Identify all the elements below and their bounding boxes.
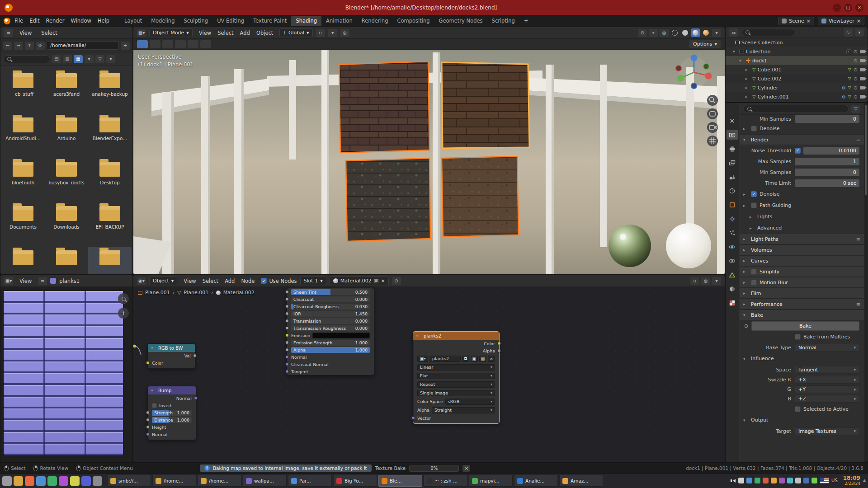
outliner-row-dock1[interactable]: dock1 [726, 56, 868, 65]
tab-particles[interactable] [726, 228, 738, 238]
overlay-icon[interactable]: ◍ [701, 277, 710, 285]
output-socket[interactable] [497, 342, 501, 345]
workspace-tab[interactable]: + [519, 16, 533, 26]
preset-menu-icon[interactable] [856, 301, 860, 307]
shader-menu-item[interactable]: View [180, 277, 199, 285]
hide-eye-icon[interactable] [854, 85, 858, 90]
folder-item[interactable]: Arduino [45, 114, 88, 158]
outliner-search-input[interactable] [741, 29, 796, 36]
bsdf-param-row[interactable]: Clearcoat0.000 [287, 296, 374, 303]
max-samples-row[interactable]: Max Samples1 [740, 156, 864, 167]
space-dropdown[interactable]: Tangent [795, 366, 859, 374]
target-row[interactable]: Target Image Textures [740, 426, 864, 436]
outliner-row-cylinder[interactable]: Cylinder [726, 83, 868, 92]
bsdf-param-row[interactable]: Emission Strength1.000 [287, 339, 374, 346]
output-socket[interactable] [194, 396, 198, 400]
hide-eye-icon[interactable] [854, 94, 858, 99]
swizzle-g-dropdown[interactable]: +Y [795, 385, 859, 393]
display-settings-dropdown[interactable] [85, 55, 94, 63]
file-browser-select-menu[interactable]: Select [38, 29, 60, 37]
pin-icon[interactable]: ⊙ [392, 277, 401, 285]
outliner-row-cube001[interactable]: Cube.001 [726, 65, 868, 74]
tab-physics[interactable] [726, 242, 738, 252]
window-button[interactable]: mapvi... [469, 475, 513, 487]
properties-search-input[interactable] [743, 105, 849, 113]
folder-item[interactable]: Downloads [45, 202, 88, 247]
menu-item[interactable]: File [11, 17, 26, 25]
parent-dir-button[interactable] [25, 42, 34, 50]
folder-item[interactable]: Desktop [88, 158, 132, 202]
invert-checkbox[interactable] [152, 403, 157, 408]
input-socket[interactable] [146, 411, 150, 414]
editor-type-button[interactable]: ▣ [4, 277, 13, 285]
keyboard-flag-icon[interactable] [820, 478, 829, 483]
material-unlink-icon[interactable] [381, 278, 385, 284]
shading-rendered-button[interactable] [702, 28, 710, 37]
bake-from-multires-checkbox[interactable] [795, 334, 801, 340]
panel-influence[interactable]: Influence [740, 353, 864, 364]
workspace-tab[interactable]: Sculpting [179, 16, 212, 26]
properties-scrollbar[interactable] [864, 103, 867, 462]
path-field[interactable]: /home/amalie/ [47, 41, 119, 50]
viewport-scene[interactable] [133, 50, 725, 274]
panel-performance[interactable]: Performance [740, 299, 864, 310]
hide-eye-icon[interactable] [854, 49, 858, 54]
speaker-icon[interactable] [733, 479, 736, 483]
launcher-icon[interactable] [93, 476, 102, 486]
launcher-icon[interactable] [25, 476, 34, 486]
window-button[interactable]: Par... [288, 475, 332, 487]
input-socket[interactable] [285, 326, 289, 330]
principled-bsdf-node[interactable]: Sheen Tint0.500 Clearcoat0.000 Clearcoat… [287, 288, 374, 375]
copy-button[interactable]: ▣ [471, 356, 478, 362]
hide-eye-icon[interactable] [854, 76, 858, 81]
input-socket[interactable] [285, 319, 289, 323]
input-socket[interactable] [285, 305, 289, 308]
viewport-menu-item[interactable]: Select [214, 29, 236, 37]
shader-menu-item[interactable]: Select [199, 277, 222, 285]
folder-item[interactable]: EFI_BACKUP [88, 202, 132, 247]
blender-menu-icon[interactable] [4, 18, 10, 24]
menu-item[interactable]: Edit [26, 17, 42, 25]
input-socket[interactable] [285, 370, 289, 373]
workspace-tab[interactable]: Geometry Nodes [434, 16, 487, 26]
bsdf-param-row[interactable]: Alpha1.000 [287, 346, 374, 353]
swizzle-g-row[interactable]: G +Y [740, 385, 864, 394]
disable-render-icon[interactable] [860, 95, 865, 99]
panel-curves[interactable]: Curves [740, 255, 864, 266]
snap-magnet-icon[interactable]: ∪ [316, 29, 325, 37]
back-button[interactable] [3, 42, 12, 50]
tool-cursor-button[interactable] [188, 40, 198, 48]
view-horizontal-list-button[interactable]: ▥ [63, 55, 72, 63]
tray-icon[interactable] [746, 478, 752, 483]
panel-light-paths[interactable]: Light Paths [740, 234, 864, 244]
selected-to-active-checkbox[interactable] [795, 406, 801, 412]
tray-icon[interactable] [811, 478, 817, 483]
editor-type-button[interactable]: ▦ [137, 29, 146, 37]
window-button[interactable]: ~ : zsh ... [424, 475, 467, 487]
window-button[interactable]: /home... [152, 475, 196, 487]
input-socket[interactable] [146, 425, 150, 429]
folder-item[interactable]: acers3fand [45, 70, 88, 114]
emission-row[interactable]: Emission [287, 332, 374, 339]
input-socket[interactable] [285, 333, 289, 337]
snap-icon[interactable]: ∪ [690, 277, 699, 285]
bsdf-param-row[interactable]: Clearcoat Roughness0.030 [287, 303, 374, 310]
swizzle-b-row[interactable]: B +Z [740, 394, 864, 404]
forward-button[interactable] [14, 42, 23, 50]
viewlayer-selector[interactable]: ViewLayer [818, 17, 864, 25]
maximize-button[interactable]: ▢ [844, 4, 852, 12]
input-socket[interactable] [146, 432, 150, 436]
disable-render-icon[interactable] [860, 77, 865, 80]
bsdf-input-row[interactable]: Clearcoat Normal [287, 361, 374, 368]
minimize-button[interactable]: – [833, 4, 841, 12]
workspace-tab[interactable]: Scripting [487, 16, 519, 26]
snap-settings-dropdown[interactable] [328, 29, 337, 37]
window-button[interactable]: Amaz... [559, 475, 603, 487]
denoise-checkbox[interactable] [751, 126, 757, 131]
tab-output[interactable] [726, 144, 738, 154]
tray-icon[interactable] [779, 478, 785, 483]
image-zoom-button[interactable] [118, 293, 129, 304]
input-socket[interactable] [285, 341, 289, 344]
panel-expand-icon[interactable] [863, 478, 866, 484]
orientation-dropdown[interactable]: ⟂Global [279, 28, 312, 37]
